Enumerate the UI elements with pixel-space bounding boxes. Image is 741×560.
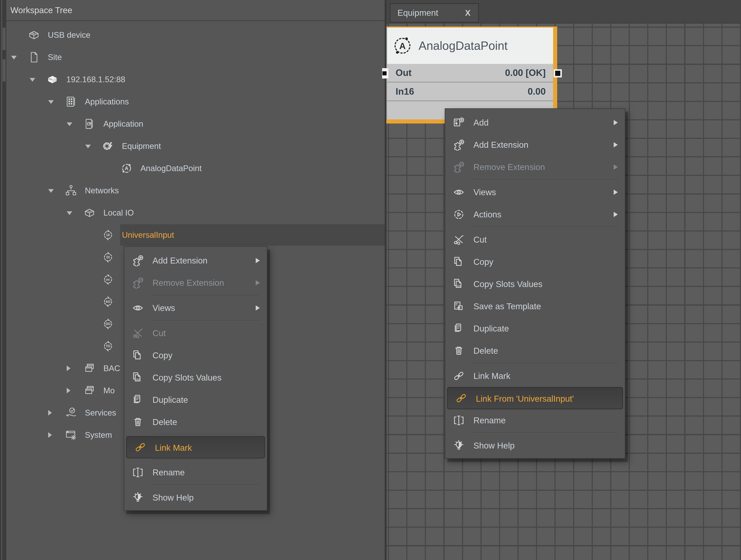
tree-row-equipment[interactable]: Equipment	[6, 135, 385, 157]
slot-name: Out	[396, 64, 412, 82]
tree-row-site[interactable]: Site	[6, 46, 385, 68]
menu-item-label: Cut	[473, 229, 487, 251]
tab-equipment[interactable]: Equipment X	[390, 3, 479, 22]
submenu-arrow-icon	[614, 164, 618, 170]
copy-icon	[132, 350, 144, 361]
menu-item-add-extension[interactable]: Add Extension	[124, 249, 267, 272]
menu-item-copy[interactable]: Copy	[445, 251, 625, 273]
collapse-triangle-icon[interactable]	[67, 123, 72, 126]
expand-triangle-icon[interactable]	[48, 432, 52, 438]
canvas-context-menu: AddAdd ExtensionRemove ExtensionViewsAct…	[445, 108, 625, 459]
tab-label: Equipment	[397, 4, 438, 22]
remove-extension-icon	[453, 161, 465, 173]
collapse-triangle-icon[interactable]	[48, 100, 54, 104]
usb-device-icon	[28, 29, 40, 41]
menu-item-label: Delete	[152, 411, 177, 433]
tree-row-universalinput[interactable]: UIUniversalInput	[6, 224, 385, 246]
collapse-triangle-icon[interactable]	[85, 145, 91, 148]
svg-text:DO: DO	[106, 322, 111, 326]
block-slot-out[interactable]: Out0.00 [OK]	[386, 64, 553, 82]
menu-item-label: Show Help	[152, 486, 194, 509]
menu-item-label: Views	[473, 181, 496, 203]
equipment-icon	[102, 140, 114, 152]
menu-item-delete[interactable]: Delete	[445, 340, 625, 362]
tree-row-application[interactable]: Application	[6, 113, 385, 135]
collapse-triangle-icon[interactable]	[30, 78, 35, 82]
block-left-handle[interactable]	[382, 68, 388, 79]
menu-item-show-help[interactable]: Show Help	[445, 434, 625, 457]
tree-item-label: Application	[104, 113, 143, 135]
app-window: Workspace Tree USB deviceSite192.168.1.5…	[0, 0, 741, 560]
menu-item-cut[interactable]: Cut	[445, 229, 625, 251]
net-windows-icon	[83, 362, 95, 375]
menu-item-link-mark[interactable]: Link Mark	[126, 436, 265, 458]
link-icon	[135, 442, 146, 453]
tree-row-applications[interactable]: Applications	[6, 91, 385, 113]
copy-icon	[453, 256, 465, 267]
tree-row-usb-device[interactable]: USB device	[6, 24, 385, 46]
menu-item-copy-slots-values[interactable]: 123Copy Slots Values	[445, 273, 625, 295]
menu-item-rename[interactable]: Rename	[445, 409, 625, 431]
menu-item-show-help[interactable]: Show Help	[124, 486, 267, 509]
menu-item-save-as-template[interactable]: Save as Template	[445, 295, 625, 317]
menu-item-add[interactable]: Add	[445, 111, 625, 134]
block-slot-in16[interactable]: In160.00	[386, 83, 553, 100]
menu-item-copy[interactable]: Copy	[124, 344, 267, 367]
tree-row-192-168-1-52-88[interactable]: 192.168.1.52:88	[6, 68, 385, 91]
menu-separator	[473, 363, 617, 364]
expand-triangle-icon[interactable]	[48, 410, 52, 415]
menu-item-label: Add Extension	[473, 134, 529, 156]
menu-item-views[interactable]: Views	[124, 297, 267, 319]
menu-item-label: Duplicate	[473, 317, 509, 340]
edge-line	[1, 0, 2, 560]
menu-separator	[473, 227, 617, 227]
tree-item-label: Local IO	[104, 202, 134, 224]
tree-item-label: Applications	[85, 91, 129, 113]
menu-item-views[interactable]: Views	[445, 181, 625, 203]
tab-close-icon[interactable]: X	[465, 4, 470, 22]
menu-item-rename[interactable]: Rename	[124, 461, 267, 484]
tree-row-networks[interactable]: Networks	[6, 179, 385, 202]
submenu-arrow-icon	[614, 120, 618, 125]
cut-icon	[132, 327, 144, 339]
menu-item-label: Copy	[473, 251, 493, 273]
menu-item-actions[interactable]: Actions	[445, 203, 625, 226]
tree-item-label: Equipment	[122, 135, 161, 157]
menu-item-copy-slots-values[interactable]: 123Copy Slots Values	[124, 367, 267, 389]
menu-item-label: Delete	[473, 340, 498, 362]
expand-triangle-icon[interactable]	[67, 388, 70, 393]
menu-item-link-mark[interactable]: Link Mark	[445, 365, 625, 387]
workspace-tree-header: Workspace Tree	[6, 0, 385, 20]
io-box-icon	[83, 207, 95, 219]
expand-triangle-icon[interactable]	[67, 366, 70, 371]
cut-icon	[453, 234, 465, 245]
tree-item-label: Networks	[85, 179, 119, 202]
svg-text:DIC: DIC	[106, 278, 110, 281]
help-icon	[453, 440, 465, 451]
menu-item-label: Remove Extension	[152, 272, 224, 294]
collapse-triangle-icon[interactable]	[11, 56, 17, 60]
link-icon	[453, 370, 465, 382]
application-icon	[83, 118, 95, 130]
slot-value: 0.00	[528, 83, 546, 100]
collapse-triangle-icon[interactable]	[48, 189, 54, 193]
tree-item-label: Site	[48, 46, 62, 68]
menu-separator	[152, 295, 259, 296]
menu-item-duplicate[interactable]: Duplicate	[124, 389, 267, 411]
menu-item-duplicate[interactable]: Duplicate	[445, 317, 625, 340]
block-right-handle[interactable]	[554, 69, 562, 77]
add-extension-icon	[132, 255, 144, 266]
menu-item-label: Copy	[152, 344, 172, 367]
analog-point-icon: A	[395, 38, 410, 54]
tree-item-label: Mo	[104, 380, 115, 402]
menu-item-add-extension[interactable]: Add Extension	[445, 134, 625, 156]
menu-item-delete[interactable]: Delete	[124, 411, 267, 433]
block-header[interactable]: A AnalogDataPoint	[386, 27, 553, 64]
tree-header-separator	[6, 20, 385, 21]
applications-icon	[65, 95, 77, 108]
collapse-triangle-icon[interactable]	[67, 211, 72, 215]
tree-row-analogdatapoint[interactable]: AAnalogDataPoint	[6, 157, 385, 179]
menu-item-link-from-universalinput[interactable]: Link From 'UniversalInput'	[447, 387, 623, 409]
tree-row-local-io[interactable]: Local IO	[6, 202, 385, 224]
tree-context-menu: Add ExtensionRemove ExtensionViewsCutCop…	[124, 246, 267, 511]
